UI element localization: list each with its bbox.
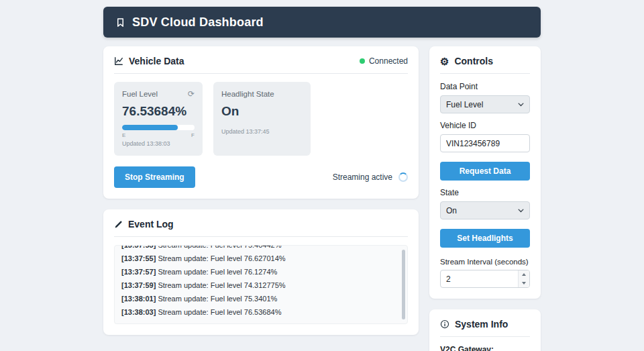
chart-icon bbox=[114, 56, 123, 66]
event-log-title: Event Log bbox=[128, 219, 174, 230]
log-scrollbar[interactable] bbox=[402, 250, 405, 319]
fuel-empty-label: E bbox=[122, 132, 125, 138]
info-icon bbox=[440, 319, 449, 329]
connection-status: Connected bbox=[360, 56, 408, 66]
streaming-status-label: Streaming active bbox=[333, 172, 392, 182]
status-dot-icon bbox=[360, 58, 365, 64]
log-entry: [13:37:57] Stream update: Fuel level 76.… bbox=[115, 265, 407, 279]
headlight-state-value: On bbox=[221, 104, 303, 119]
controls-title: Controls bbox=[454, 56, 493, 66]
event-log-card: Event Log [13:37:53] Stream update: Fuel… bbox=[103, 209, 419, 335]
bookmark-icon bbox=[115, 17, 125, 28]
app-header: SDV Cloud Dashboard bbox=[103, 7, 541, 38]
fuel-updated-timestamp: Updated 13:38:03 bbox=[122, 140, 195, 147]
state-label: State bbox=[440, 188, 530, 197]
chevron-down-icon bbox=[518, 103, 524, 107]
fuel-progress-fill bbox=[122, 125, 178, 130]
state-selected-value: On bbox=[446, 206, 457, 215]
stepper-up-icon[interactable] bbox=[519, 270, 529, 279]
gear-icon: ⚙ bbox=[440, 56, 449, 66]
stop-streaming-button[interactable]: Stop Streaming bbox=[114, 166, 195, 188]
vehicle-id-input[interactable] bbox=[440, 134, 530, 152]
headlight-state-tile: Headlight State On Updated 13:37:45 bbox=[213, 82, 311, 156]
stepper-down-icon[interactable] bbox=[519, 279, 529, 288]
fuel-level-label: Fuel Level bbox=[122, 90, 158, 98]
stream-interval-input[interactable] bbox=[440, 270, 530, 288]
fuel-progress-bar bbox=[122, 125, 195, 130]
event-log-list[interactable]: [13:37:53] Stream update: Fuel level 75.… bbox=[114, 245, 408, 324]
loading-spinner-icon bbox=[398, 172, 408, 182]
data-point-label: Data Point bbox=[440, 82, 530, 91]
chevron-down-icon bbox=[518, 209, 524, 213]
log-entry: [13:37:55] Stream update: Fuel level 76.… bbox=[115, 252, 407, 265]
fuel-full-label: F bbox=[191, 132, 195, 138]
controls-card: ⚙ Controls Data Point Fuel Level Vehicle… bbox=[429, 46, 541, 299]
connection-status-label: Connected bbox=[369, 56, 408, 66]
log-entry: [13:37:59] Stream update: Fuel level 74.… bbox=[115, 279, 407, 292]
number-stepper[interactable] bbox=[518, 270, 529, 287]
system-info-row: V2C Gateway: Connected bbox=[440, 345, 530, 351]
data-point-selected-value: Fuel Level bbox=[446, 100, 483, 109]
pencil-icon bbox=[114, 220, 123, 229]
vehicle-id-label: Vehicle ID bbox=[440, 121, 530, 130]
log-entry: [13:38:03] Stream update: Fuel level 76.… bbox=[115, 305, 407, 319]
log-entry: [13:38:01] Stream update: Fuel level 75.… bbox=[115, 292, 407, 305]
system-info-title: System Info bbox=[455, 319, 508, 330]
data-point-select[interactable]: Fuel Level bbox=[440, 95, 530, 113]
vehicle-data-card: Vehicle Data Connected Fuel Level ⟳ bbox=[103, 46, 419, 199]
set-headlights-button[interactable]: Set Headlights bbox=[440, 229, 530, 248]
log-entry: [13:37:53] Stream update: Fuel level 75.… bbox=[115, 245, 407, 252]
refresh-icon[interactable]: ⟳ bbox=[188, 90, 195, 98]
fuel-level-value: 76.53684% bbox=[122, 104, 195, 119]
page: SDV Cloud Dashboard Vehicle Data Connect… bbox=[103, 0, 541, 351]
vehicle-data-title: Vehicle Data bbox=[129, 56, 184, 66]
request-data-button[interactable]: Request Data bbox=[440, 162, 530, 181]
fuel-level-tile: Fuel Level ⟳ 76.53684% E F Updated 13:38… bbox=[114, 82, 203, 156]
stream-interval-label: Stream Interval (seconds) bbox=[440, 258, 530, 266]
headlight-state-label: Headlight State bbox=[221, 90, 274, 98]
state-select[interactable]: On bbox=[440, 201, 530, 219]
headlight-updated-timestamp: Updated 13:37:45 bbox=[221, 128, 303, 135]
app-title: SDV Cloud Dashboard bbox=[132, 15, 264, 30]
system-info-card: System Info V2C Gateway: Connected OBD S… bbox=[429, 309, 541, 351]
